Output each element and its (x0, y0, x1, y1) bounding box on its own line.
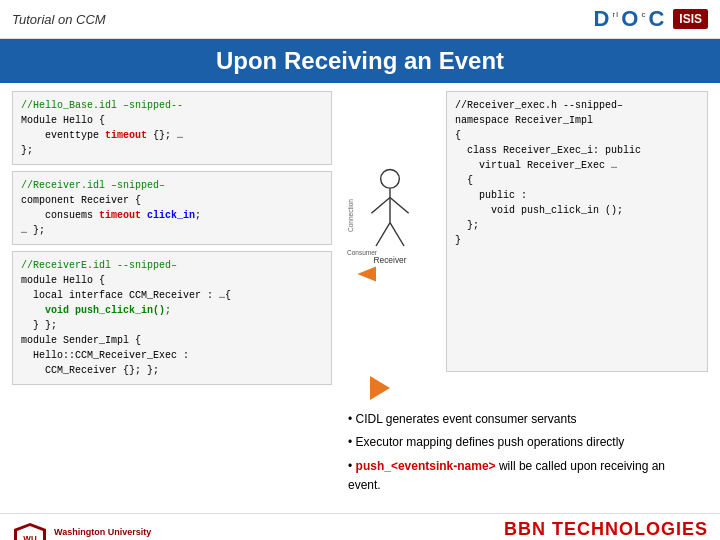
svg-line-4 (376, 222, 390, 245)
bullet-2: • Executor mapping defines push operatio… (348, 433, 700, 452)
svg-text:WU: WU (23, 534, 37, 541)
receiver-diagram: Receiver Consumer Connection (345, 162, 435, 302)
bullet-3: • push_<eventsink-name> will be called u… (348, 457, 700, 495)
bullet-1: • CIDL generates event consumer servants (348, 410, 700, 429)
bbn-name: BBN TECHNOLOGIES (504, 519, 708, 540)
right-top: Receiver Consumer Connection //Receiver_… (340, 91, 708, 372)
main-content: //Hello_Base.idl –snipped-- Module Hello… (0, 83, 720, 513)
svg-text:Receiver: Receiver (373, 254, 406, 264)
code-box-receiver-e: //ReceiverE.idl --snipped– module Hello … (12, 251, 332, 385)
module-hello: Module Hello { (21, 115, 105, 126)
svg-line-5 (390, 222, 404, 245)
wustl-logo: WU Washington Universityin St. Louis (12, 521, 151, 541)
comment-1: //Hello_Base.idl –snipped-- (21, 100, 183, 111)
wustl-shield-icon: WU (12, 521, 48, 541)
footer: WU Washington Universityin St. Louis BBN… (0, 513, 720, 540)
receiver-comment: //Receiver_exec.h --snipped– (455, 100, 623, 111)
svg-point-0 (381, 169, 400, 188)
svg-marker-7 (357, 266, 376, 281)
bbn-logo: BBN TECHNOLOGIES A Verizon Company (504, 519, 708, 540)
bullet-box: • CIDL generates event consumer servants… (340, 404, 708, 505)
svg-text:Connection: Connection (347, 198, 354, 231)
consuems-line: consuems timeout click_in; (21, 210, 201, 221)
header: Tutorial on CCM D rI O c C ISIS (0, 0, 720, 39)
title-bar: Upon Receiving an Event (0, 39, 720, 83)
left-column: //Hello_Base.idl –snipped-- Module Hello… (12, 91, 332, 505)
comment-2: //Receiver.idl –snipped– (21, 180, 165, 191)
code-box-receiver-idl: //Receiver.idl –snipped– component Recei… (12, 171, 332, 245)
tutorial-title: Tutorial on CCM (12, 12, 106, 27)
comment-3: //ReceiverE.idl --snipped– (21, 260, 177, 271)
diagram-area: Receiver Consumer Connection (340, 91, 440, 372)
doc-logo: D rI O c C (594, 6, 666, 32)
right-column: Receiver Consumer Connection //Receiver_… (340, 91, 708, 505)
right-arrow (370, 376, 390, 400)
svg-text:Consumer: Consumer (347, 249, 378, 256)
code-box-hello-base: //Hello_Base.idl –snipped-- Module Hello… (12, 91, 332, 165)
svg-line-2 (371, 197, 390, 213)
university-text: Washington Universityin St. Louis (54, 527, 151, 540)
svg-line-3 (390, 197, 409, 213)
eventtype-line: eventtype timeout {}; … (21, 130, 183, 141)
red-highlight: push_<eventsink-name> (356, 459, 496, 473)
receiver-exec-code: //Receiver_exec.h --snipped– namespace R… (446, 91, 708, 372)
closing-brace-1: }; (21, 145, 33, 156)
component-line: component Receiver { (21, 195, 141, 206)
closing-brace-2: … }; (21, 225, 45, 236)
logo-area: D rI O c C ISIS (594, 6, 708, 32)
isis-logo: ISIS (673, 9, 708, 29)
